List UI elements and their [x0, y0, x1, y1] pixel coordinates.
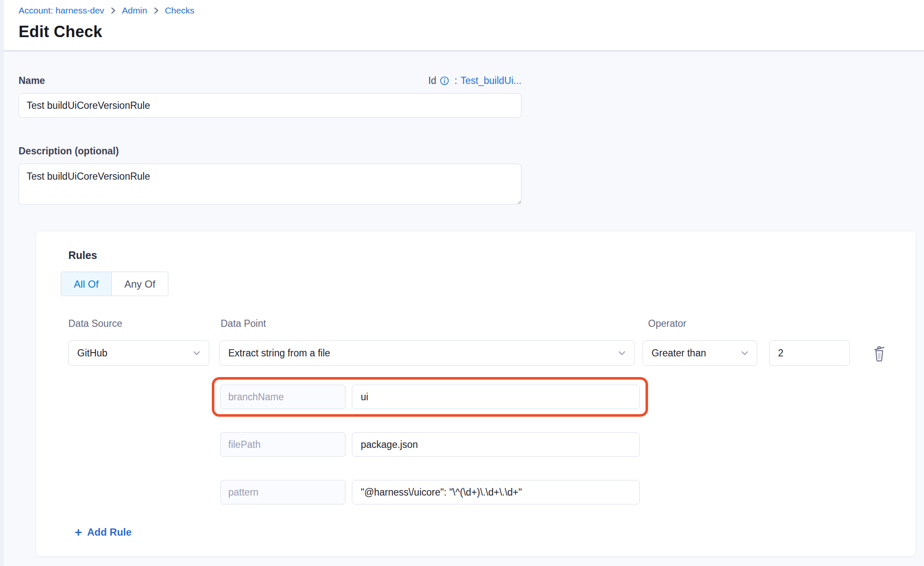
- main-content: Name Id : Test_buildUi... Description (o…: [0, 51, 924, 556]
- name-input[interactable]: [19, 93, 521, 118]
- breadcrumb-checks[interactable]: Checks: [165, 5, 195, 16]
- entity-id: Id : Test_buildUi...: [428, 75, 521, 86]
- plus-icon: +: [75, 527, 82, 537]
- chevron-down-icon: [741, 350, 748, 356]
- param-key-filepath: filePath: [220, 432, 346, 457]
- id-colon: :: [454, 75, 457, 86]
- param-key-pattern: pattern: [220, 480, 346, 504]
- param-value-branchname-input[interactable]: [352, 385, 640, 409]
- breadcrumb-admin[interactable]: Admin: [122, 5, 147, 16]
- toggle-any-of[interactable]: Any Of: [112, 272, 168, 296]
- operator-label: Operator: [648, 318, 686, 329]
- operator-value: Greater than: [651, 348, 706, 359]
- description-textarea[interactable]: Test buildUiCoreVersionRule: [19, 164, 521, 205]
- rules-condition-toggle: All Of Any Of: [61, 272, 168, 296]
- param-row-filepath: filePath: [220, 432, 889, 457]
- operator-select[interactable]: Greater than: [643, 340, 757, 366]
- data-point-select[interactable]: Extract string from a file: [219, 340, 635, 366]
- data-source-value: GitHub: [77, 348, 108, 359]
- data-source-select[interactable]: GitHub: [68, 340, 209, 366]
- param-row-branchname: branchName: [220, 385, 640, 409]
- param-value-pattern-input[interactable]: [352, 480, 640, 504]
- param-value-filepath-input[interactable]: [352, 432, 640, 457]
- chevron-right-icon: [110, 6, 116, 15]
- sidebar-edge: [0, 0, 4, 566]
- breadcrumb-account[interactable]: Account: harness-dev: [19, 5, 104, 16]
- name-field-header: Name Id : Test_buildUi...: [19, 75, 521, 86]
- toggle-all-of[interactable]: All Of: [61, 272, 112, 296]
- page-title: Edit Check: [19, 23, 905, 41]
- highlight-annotation: branchName: [212, 377, 648, 417]
- data-point-value: Extract string from a file: [228, 348, 330, 359]
- rule-row: GitHub Extract string from a file Greate…: [68, 340, 889, 366]
- name-label: Name: [19, 75, 45, 86]
- chevron-down-icon: [618, 350, 626, 356]
- description-label: Description (optional): [19, 146, 119, 157]
- info-icon[interactable]: [440, 76, 449, 86]
- add-rule-label: Add Rule: [87, 526, 132, 538]
- data-point-label: Data Point: [221, 318, 648, 329]
- id-label: Id: [428, 75, 436, 86]
- rule-column-labels: Data Source Data Point Operator: [68, 318, 889, 329]
- page-header: Account: harness-dev Admin Checks Edit C…: [0, 0, 924, 51]
- rules-card: Rules All Of Any Of Data Source Data Poi…: [36, 232, 916, 556]
- chevron-right-icon: [153, 6, 159, 15]
- operator-threshold-input[interactable]: [769, 340, 850, 366]
- param-row-pattern: pattern: [220, 480, 889, 504]
- rules-heading: Rules: [68, 249, 889, 261]
- breadcrumb: Account: harness-dev Admin Checks: [19, 5, 905, 16]
- trash-icon: [872, 344, 887, 362]
- id-value-link[interactable]: Test_buildUi...: [461, 75, 521, 86]
- delete-rule-button[interactable]: [870, 342, 889, 364]
- param-key-branchname: branchName: [220, 385, 346, 409]
- data-source-label: Data Source: [68, 318, 221, 329]
- chevron-down-icon: [193, 350, 200, 356]
- rule-parameter-rows: branchName filePath pattern: [68, 385, 889, 504]
- add-rule-button[interactable]: + Add Rule: [75, 526, 132, 538]
